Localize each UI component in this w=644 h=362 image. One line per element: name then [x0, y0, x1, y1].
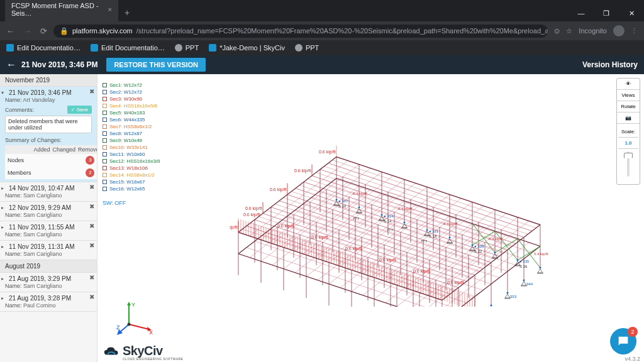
- reload-icon[interactable]: ⟳: [40, 26, 47, 36]
- svg-text:777: 777: [387, 228, 394, 232]
- view-tools-panel: 👁 Views Rotate 📷 Scale: 1.0: [616, 78, 640, 185]
- removed-badge: 2: [86, 168, 94, 177]
- svg-text:0.6 kip/ft: 0.6 kip/ft: [230, 225, 238, 230]
- lock-icon: 🔒: [60, 27, 69, 35]
- save-comment-button[interactable]: ✓ Save: [67, 106, 92, 114]
- svg-marker-345: [538, 269, 543, 273]
- url-input[interactable]: 🔒 platform.skyciv.com/structural?preload…: [53, 25, 548, 38]
- scale-label: Scale:: [618, 126, 638, 138]
- svg-text:0.6 kip/ft: 0.6 kip/ft: [243, 212, 260, 217]
- cloud-icon: [103, 346, 120, 359]
- svg-point-315: [358, 207, 360, 209]
- bookmark-item[interactable]: Edit Documentatio…: [91, 44, 165, 52]
- new-tab-button[interactable]: +: [118, 4, 136, 21]
- version-item[interactable]: ▸✖ 21 Aug 2019, 3:29 PM Name: Sam Carigl…: [0, 273, 97, 292]
- version-item[interactable]: ▸✖ 12 Nov 2019, 9:29 AM Name: Sam Carigl…: [0, 202, 97, 221]
- bookmark-item[interactable]: PPT: [295, 44, 319, 52]
- comment-input[interactable]: Deleted members that were under utilized: [5, 116, 92, 133]
- site-icon: [6, 44, 14, 52]
- github-icon: [175, 44, 182, 52]
- svg-line-28: [295, 197, 393, 273]
- svg-point-350: [523, 280, 525, 282]
- pin-icon[interactable]: ✖: [89, 88, 94, 95]
- table-row: Members2: [5, 167, 97, 179]
- maximize-icon[interactable]: ❐: [594, 6, 619, 21]
- month-header: August 2019: [0, 260, 97, 273]
- incognito-label: Incognito: [579, 27, 607, 35]
- version-item-active[interactable]: ▾ ✖ 21 Nov 2019, 3:46 PM Name: Art Vande…: [0, 87, 97, 182]
- svg-point-9: [128, 323, 131, 326]
- svg-text:777: 777: [421, 239, 428, 243]
- camera-button[interactable]: 📷: [617, 112, 640, 124]
- version-item[interactable]: ▸✖ 21 Aug 2019, 3:28 PM Name: Paul Comin…: [0, 292, 97, 312]
- svg-line-81: [308, 179, 512, 247]
- svg-text:0.6 kip/ft: 0.6 kip/ft: [413, 269, 430, 274]
- star-icon[interactable]: ☆: [566, 27, 572, 35]
- svg-text:Z: Z: [116, 324, 120, 331]
- forward-icon[interactable]: →: [23, 26, 31, 36]
- back-arrow-icon[interactable]: ←: [6, 59, 16, 70]
- svg-text:S 14: S 14: [384, 219, 392, 223]
- slider-thumb[interactable]: [624, 153, 633, 158]
- version-item[interactable]: ▸✖ 11 Nov 2019, 11:55 AM Name: Sam Carig…: [0, 221, 97, 241]
- pin-icon[interactable]: ✖: [89, 274, 94, 281]
- svg-line-78: [320, 170, 524, 238]
- pin-icon[interactable]: ✖: [89, 242, 94, 249]
- version-author: Name: Art Vandelay: [5, 97, 92, 103]
- browser-tab-strip: FCSP Moment Frame ASD - Seis… × + — ❐ ✕: [0, 0, 644, 21]
- bookmark-item[interactable]: *Jake-Demo | SkyCiv: [209, 44, 285, 52]
- bookmarks-bar: Edit Documentatio… Edit Documentatio… PP…: [0, 40, 644, 55]
- chevron-right-icon[interactable]: ▸: [1, 205, 4, 211]
- app-version: v4.3.2: [625, 356, 640, 362]
- chevron-right-icon[interactable]: ▸: [1, 185, 4, 191]
- svg-line-77: [325, 167, 528, 234]
- chat-button[interactable]: 2: [610, 328, 636, 354]
- version-item[interactable]: ▸✖ 14 Nov 2019, 10:47 AM Name: Sam Carig…: [0, 182, 97, 202]
- github-icon: [295, 44, 303, 52]
- svg-line-169: [336, 178, 540, 246]
- svg-text:0.6 kip/ft: 0.6 kip/ft: [447, 280, 464, 285]
- pin-icon[interactable]: ✖: [89, 222, 94, 229]
- svg-point-342: [517, 260, 519, 261]
- svg-text:0.4 kip/ft: 0.4 kip/ft: [534, 252, 548, 256]
- pin-icon[interactable]: ✖: [89, 203, 94, 210]
- bookmark-item[interactable]: Edit Documentatio…: [6, 44, 80, 52]
- site-icon: [91, 44, 98, 52]
- scale-value: 1.0: [618, 138, 638, 149]
- incognito-icon[interactable]: [613, 25, 625, 36]
- svg-marker-1: [127, 302, 131, 305]
- views-button[interactable]: Views: [617, 90, 640, 101]
- svg-text:● 328: ● 328: [474, 244, 484, 248]
- svg-line-89: [275, 204, 479, 272]
- close-icon[interactable]: ×: [108, 6, 112, 13]
- chevron-right-icon[interactable]: ▸: [1, 276, 4, 282]
- brand-logo: SkyCiv CLOUD ENGINEERING SOFTWARE: [103, 344, 183, 361]
- search-icon[interactable]: ⊙: [554, 27, 560, 35]
- bookmark-item[interactable]: PPT: [175, 44, 199, 52]
- pin-icon[interactable]: ✖: [89, 184, 94, 190]
- scale-slider[interactable]: [627, 151, 630, 177]
- rotate-button[interactable]: Rotate: [617, 101, 640, 112]
- svg-point-339: [494, 252, 496, 254]
- menu-icon[interactable]: ⋮: [631, 27, 638, 35]
- svg-line-79: [316, 173, 520, 241]
- visibility-button[interactable]: 👁: [617, 79, 640, 90]
- restore-button[interactable]: RESTORE THIS VERSION: [106, 58, 206, 72]
- svg-text:777: 777: [353, 217, 360, 221]
- chevron-right-icon[interactable]: ▸: [1, 224, 4, 230]
- svg-text:X: X: [149, 329, 153, 336]
- scale-control[interactable]: Scale: 1.0: [617, 124, 640, 184]
- svg-marker-329: [447, 239, 452, 243]
- svg-text:0.6 kip/ft: 0.6 kip/ft: [345, 246, 362, 251]
- svg-line-173: [336, 157, 540, 225]
- chevron-right-icon[interactable]: ▸: [1, 244, 4, 250]
- minimize-icon[interactable]: —: [569, 6, 594, 21]
- close-window-icon[interactable]: ✕: [619, 6, 644, 21]
- chevron-right-icon[interactable]: ▸: [1, 295, 4, 301]
- chevron-down-icon[interactable]: ▾: [1, 90, 4, 96]
- version-item[interactable]: ▸✖ 11 Nov 2019, 11:31 AM Name: Sam Carig…: [0, 241, 97, 260]
- back-icon[interactable]: ←: [6, 26, 14, 36]
- model-viewport[interactable]: Sec1: W12x72Sec2: W12x72Sec3: W30x90Sec4…: [97, 74, 644, 362]
- browser-tab-active[interactable]: FCSP Moment Frame ASD - Seis… ×: [5, 0, 118, 21]
- pin-icon[interactable]: ✖: [89, 293, 94, 300]
